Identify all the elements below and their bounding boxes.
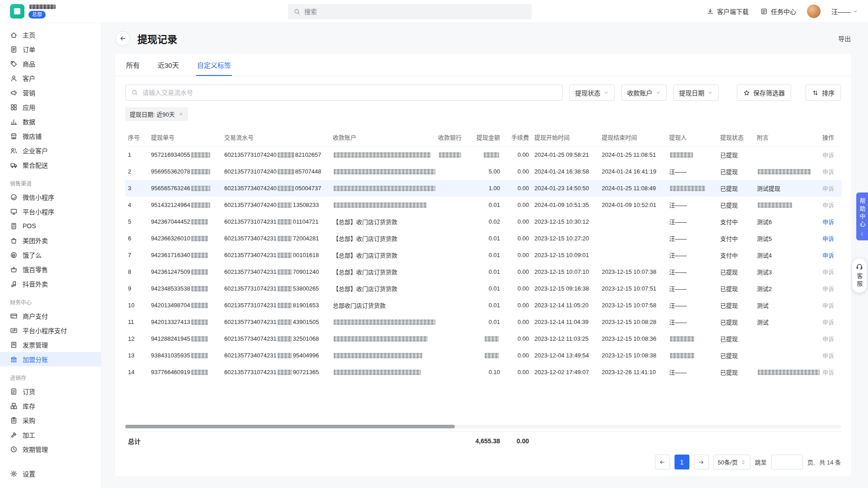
tab-all[interactable]: 所有 bbox=[125, 54, 141, 76]
sidebar-item-settings[interactable]: 设置 bbox=[0, 466, 101, 481]
filter-dropdowns: 提现状态收款账户提现日期 bbox=[563, 84, 719, 101]
sidebar-item-marketing[interactable]: 营销 bbox=[0, 85, 101, 100]
sidebar-item-goods[interactable]: 商品 bbox=[0, 56, 101, 71]
sidebar-item-enterprise-customers[interactable]: 企业客户 bbox=[0, 143, 101, 158]
customer-service-button[interactable]: 客服 bbox=[852, 258, 867, 293]
sidebar-item-processing[interactable]: 加工 bbox=[0, 427, 101, 442]
sidebar-item-eleme[interactable]: 饿了么 bbox=[0, 248, 101, 262]
table-row[interactable]: 9942348533538602135773107423153800265【总部… bbox=[125, 280, 842, 297]
appeal-action[interactable]: 申诉 bbox=[822, 369, 834, 376]
boxes-icon bbox=[10, 402, 18, 410]
sidebar-item-label: POS bbox=[23, 222, 36, 230]
next-page-button[interactable] bbox=[694, 455, 709, 469]
sidebar-item-aggregated-delivery[interactable]: 聚合配送 bbox=[0, 158, 101, 172]
sidebar-item-inventory[interactable]: 库存 bbox=[0, 399, 101, 413]
sort-button[interactable]: 排序 bbox=[806, 84, 841, 101]
txn-search-input[interactable] bbox=[142, 89, 557, 96]
sidebar-item-merchant-pay[interactable]: 商户支付 bbox=[0, 309, 101, 323]
filter-chip[interactable]: 提现日期: 近90天 bbox=[125, 107, 188, 121]
sidebar-item-ordering[interactable]: 订货 bbox=[0, 384, 101, 399]
table-row[interactable]: 8942361247509602135773407423170901240【总部… bbox=[125, 263, 842, 280]
sidebar-item-apps[interactable]: 应用 bbox=[0, 100, 101, 114]
global-search[interactable] bbox=[288, 4, 532, 19]
table-row[interactable]: 149377664609196021357731074231907213650.… bbox=[125, 364, 842, 380]
sidebar-item-pos[interactable]: POS bbox=[0, 219, 101, 233]
table-row[interactable]: 10942013498704602135773107423181901653总部… bbox=[125, 297, 842, 314]
appeal-action[interactable]: 申诉 bbox=[822, 152, 834, 159]
back-button[interactable] bbox=[115, 31, 130, 46]
user-menu[interactable]: 汪—— bbox=[831, 7, 858, 16]
sidebar-item-label: 应用 bbox=[23, 103, 35, 112]
global-search-input[interactable] bbox=[304, 8, 526, 15]
sidebar-item-wechat-mini-program[interactable]: 微信小程序 bbox=[0, 190, 101, 204]
masked-text bbox=[758, 202, 792, 208]
appeal-action[interactable]: 申诉 bbox=[822, 352, 834, 359]
filter-row: 提现状态收款账户提现日期 保存筛选器 排序 bbox=[115, 84, 851, 101]
sidebar-item-label: 客户 bbox=[23, 74, 35, 83]
table-row[interactable]: 29569553620786021357731074240857074485.0… bbox=[125, 163, 842, 180]
export-button[interactable]: 导出 bbox=[838, 34, 851, 43]
save-filter-button[interactable]: 保存筛选器 bbox=[737, 84, 791, 101]
column-header: 手续费 bbox=[503, 128, 532, 146]
column-header: 提现人 bbox=[666, 128, 717, 146]
prev-page-button[interactable] bbox=[655, 455, 670, 469]
table-row[interactable]: 7942361716340602135773407423100101618【总部… bbox=[125, 247, 842, 263]
app-logo[interactable]: 总部 bbox=[10, 4, 105, 19]
sidebar-item-ebai-retail[interactable]: 饿百零售 bbox=[0, 262, 101, 277]
chevron-down-icon bbox=[853, 9, 858, 14]
appeal-action[interactable]: 申诉 bbox=[822, 202, 834, 209]
sidebar-item-micro-store[interactable]: 微店铺 bbox=[0, 129, 101, 143]
sidebar-item-purchasing[interactable]: 采购 bbox=[0, 413, 101, 427]
appeal-action[interactable]: 申诉 bbox=[822, 235, 834, 242]
table-row[interactable]: 129412882419456021357734074231325010680.… bbox=[125, 330, 842, 347]
sidebar-item-douyin-waimai[interactable]: 抖音外卖 bbox=[0, 277, 101, 291]
appeal-action[interactable]: 申诉 bbox=[822, 319, 834, 326]
table-row[interactable]: 19572169340556021357731074240821026570.0… bbox=[125, 146, 842, 163]
appeal-action[interactable]: 申诉 bbox=[822, 185, 834, 192]
table-row[interactable]: 39565657632466021357734074240050047371.0… bbox=[125, 180, 842, 197]
appeal-action[interactable]: 申诉 bbox=[822, 269, 834, 276]
appeal-action[interactable]: 申诉 bbox=[822, 252, 834, 259]
close-icon[interactable] bbox=[179, 112, 184, 117]
page-size-select[interactable]: 50条/页 bbox=[713, 455, 750, 469]
appeal-action[interactable]: 申诉 bbox=[822, 219, 834, 225]
filter-withdraw-date[interactable]: 提现日期 bbox=[673, 84, 719, 101]
sidebar-item-orders[interactable]: 订单 bbox=[0, 42, 101, 56]
filter-payee-account[interactable]: 收款账户 bbox=[621, 84, 667, 101]
current-page[interactable]: 1 bbox=[675, 455, 689, 469]
sidebar-item-invoice-management[interactable]: 发票管理 bbox=[0, 338, 101, 352]
table-row[interactable]: 139384310359356021357734074231954049960.… bbox=[125, 347, 842, 364]
appeal-action[interactable]: 申诉 bbox=[822, 302, 834, 309]
sidebar-nav: 主页订单商品客户营销应用数据微店铺企业客户聚合配送销售渠道微信小程序平台小程序P… bbox=[0, 28, 101, 481]
sidebar-item-platform-mini-program[interactable]: 平台小程序 bbox=[0, 204, 101, 219]
sidebar-item-meituan-waimai[interactable]: 美团外卖 bbox=[0, 233, 101, 248]
users-icon bbox=[10, 147, 18, 155]
task-center[interactable]: 任务中心 bbox=[760, 7, 796, 16]
help-center-tab[interactable]: 帮助中心 bbox=[856, 192, 868, 240]
table-row[interactable]: 119420133274136021357734074231439015050.… bbox=[125, 314, 842, 330]
table-row[interactable]: 5942367044452602135773107423101104721【总部… bbox=[125, 213, 842, 230]
main-content: 提现记录 导出 所有近30天自定义标签 提现状态收款账户提现日期 保存筛选器 排… bbox=[101, 23, 868, 488]
client-download[interactable]: 客户端下载 bbox=[707, 7, 749, 16]
avatar[interactable] bbox=[807, 5, 821, 18]
tab-custom[interactable]: 自定义标签 bbox=[196, 54, 232, 76]
sidebar-item-platform-mini-pay[interactable]: 平台小程序支付 bbox=[0, 323, 101, 338]
sidebar-item-home[interactable]: 主页 bbox=[0, 28, 101, 42]
scrollbar-thumb[interactable] bbox=[125, 425, 455, 428]
appeal-action[interactable]: 申诉 bbox=[822, 169, 834, 175]
masked-text bbox=[278, 286, 292, 291]
sidebar-item-expiry-management[interactable]: 效期管理 bbox=[0, 442, 101, 456]
sidebar-item-data[interactable]: 数据 bbox=[0, 114, 101, 129]
appeal-action[interactable]: 申诉 bbox=[822, 336, 834, 343]
sidebar-item-customers[interactable]: 客户 bbox=[0, 71, 101, 85]
chevron-left-icon bbox=[859, 231, 865, 237]
sidebar-item-franchise-split[interactable]: 加盟分账 bbox=[0, 352, 101, 366]
appeal-action[interactable]: 申诉 bbox=[822, 286, 834, 292]
tab-last-30-days[interactable]: 近30天 bbox=[157, 54, 180, 76]
jump-page-input[interactable] bbox=[771, 455, 803, 469]
horizontal-scrollbar[interactable] bbox=[125, 425, 841, 428]
table-row[interactable]: 49514321249646021357734074240135082330.0… bbox=[125, 197, 842, 213]
table-row[interactable]: 6942366326010602135773407423172004281【总部… bbox=[125, 230, 842, 247]
filter-withdraw-status[interactable]: 提现状态 bbox=[569, 84, 615, 101]
column-header: 提现状态 bbox=[717, 128, 754, 146]
